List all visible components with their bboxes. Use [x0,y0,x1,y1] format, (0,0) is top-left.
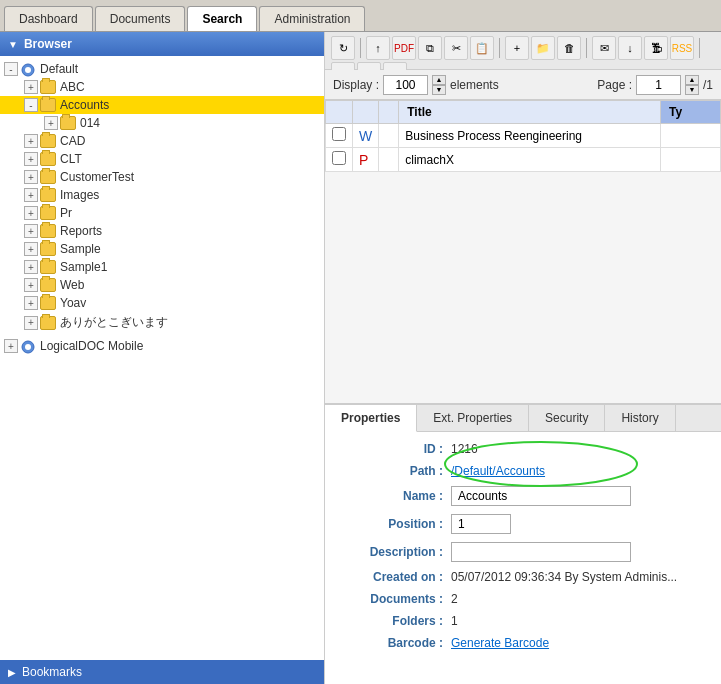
tree-expander-logicaldoc[interactable]: + [4,339,18,353]
display-down[interactable]: ▼ [432,85,446,95]
row-checkbox-1[interactable] [332,127,346,141]
folders-value: 1 [451,614,458,628]
toolbar-email[interactable]: ✉ [592,36,616,60]
tab-search[interactable]: Search [187,6,257,31]
doc-type-2 [661,148,721,172]
tree-item-customertest[interactable]: + CustomerTest [0,168,324,186]
page-input[interactable] [636,75,681,95]
content-area: ↻ ↑ PDF ⧉ ✂ 📋 + 📁 🗑 ✉ ↓ 🗜 RSS ★ ⚙ ⋯ Disp… [325,32,721,684]
position-input[interactable] [451,514,511,534]
toolbar-rss[interactable]: RSS [670,36,694,60]
toolbar-delete[interactable]: 🗑 [557,36,581,60]
folder-icon-images [40,188,56,202]
tree-label-sample: Sample [60,242,101,256]
path-label: Path : [341,464,451,478]
tree-item-sample[interactable]: + Sample [0,240,324,258]
tree-expander-clt[interactable]: + [24,152,38,166]
tree-expander-sample[interactable]: + [24,242,38,256]
tab-dashboard[interactable]: Dashboard [4,6,93,31]
prop-row-created: Created on : 05/07/2012 09:36:34 By Syst… [341,570,705,584]
folder-icon-pr [40,206,56,220]
toolbar-add-doc[interactable]: + [505,36,529,60]
col-checkbox [326,101,353,124]
tab-history[interactable]: History [605,405,675,431]
toolbar-refresh[interactable]: ↻ [331,36,355,60]
sidebar-header: ▼ Browser [0,32,324,56]
path-value[interactable]: /Default/Accounts [451,464,545,478]
tree-expander-sample1[interactable]: + [24,260,38,274]
tree-item-logicaldoc[interactable]: + LogicalDOC Mobile [0,337,324,355]
tree-item-abc[interactable]: + ABC [0,78,324,96]
doc-title-2[interactable]: climachX [399,148,661,172]
tree-expander-customertest[interactable]: + [24,170,38,184]
tab-documents[interactable]: Documents [95,6,186,31]
tree-item-cad[interactable]: + CAD [0,132,324,150]
doc-title-1[interactable]: Business Process Reengineering [399,124,661,148]
page-down[interactable]: ▼ [685,85,699,95]
tree-item-reports[interactable]: + Reports [0,222,324,240]
toolbar-upload[interactable]: ↑ [366,36,390,60]
prop-row-position: Position : [341,514,705,534]
tree-item-sample1[interactable]: + Sample1 [0,258,324,276]
tree-expander-014[interactable]: + [44,116,58,130]
barcode-link[interactable]: Generate Barcode [451,636,549,650]
created-value: 05/07/2012 09:36:34 By System Adminis... [451,570,677,584]
tree-item-clt[interactable]: + CLT [0,150,324,168]
sidebar-title: Browser [24,37,72,51]
name-input[interactable] [451,486,631,506]
toolbar-sep-3 [586,38,587,58]
id-label: ID : [341,442,451,456]
tree-item-japanese[interactable]: + ありがとこぎいます [0,312,324,333]
tree-item-014[interactable]: + 014 [0,114,324,132]
tab-security[interactable]: Security [529,405,605,431]
toolbar-pdf[interactable]: PDF [392,36,416,60]
prop-row-path: Path : /Default/Accounts [341,464,705,478]
tree-expander-pr[interactable]: + [24,206,38,220]
tree-item-yoav[interactable]: + Yoav [0,294,324,312]
display-input[interactable] [383,75,428,95]
tree-expander-images[interactable]: + [24,188,38,202]
tree-expander-web[interactable]: + [24,278,38,292]
folder-icon-014 [60,116,76,130]
toolbar-zip[interactable]: 🗜 [644,36,668,60]
toolbar-cut[interactable]: ✂ [444,36,468,60]
sidebar-collapse-arrow[interactable]: ▼ [8,39,18,50]
tree-expander-abc[interactable]: + [24,80,38,94]
toolbar-copy[interactable]: ⧉ [418,36,442,60]
tree-expander-japanese[interactable]: + [24,316,38,330]
tab-properties[interactable]: Properties [325,405,417,432]
tree-item-default[interactable]: - Default [0,60,324,78]
bookmarks-bar[interactable]: ▶ Bookmarks [0,660,324,684]
tab-administration[interactable]: Administration [259,6,365,31]
tree-item-web[interactable]: + Web [0,276,324,294]
tree-expander-yoav[interactable]: + [24,296,38,310]
tree-expander-reports[interactable]: + [24,224,38,238]
col-title[interactable]: Title [399,101,661,124]
folder-icon-accounts [40,98,56,112]
toolbar-add-folder[interactable]: 📁 [531,36,555,60]
folder-icon-japanese [40,316,56,330]
tree-item-images[interactable]: + Images [0,186,324,204]
tree-item-accounts[interactable]: - Accounts [0,96,324,114]
tree-expander-default[interactable]: - [4,62,18,76]
table-row[interactable]: P climachX [326,148,721,172]
tree-expander-accounts[interactable]: - [24,98,38,112]
tab-ext-properties[interactable]: Ext. Properties [417,405,529,431]
tree-item-pr[interactable]: + Pr [0,204,324,222]
svg-point-3 [25,344,31,350]
toolbar-sep-1 [360,38,361,58]
table-row[interactable]: W Business Process Reengineering [326,124,721,148]
tree-expander-cad[interactable]: + [24,134,38,148]
page-up[interactable]: ▲ [685,75,699,85]
row-checkbox-2[interactable] [332,151,346,165]
description-input[interactable] [451,542,631,562]
folder-icon-sample [40,242,56,256]
col-type[interactable]: Ty [661,101,721,124]
toolbar-download[interactable]: ↓ [618,36,642,60]
col-icon2 [379,101,399,124]
barcode-label: Barcode : [341,636,451,650]
display-up[interactable]: ▲ [432,75,446,85]
sidebar-tree: - Default + ABC - Accounts + [0,56,324,660]
toolbar-paste[interactable]: 📋 [470,36,494,60]
documents-value: 2 [451,592,458,606]
